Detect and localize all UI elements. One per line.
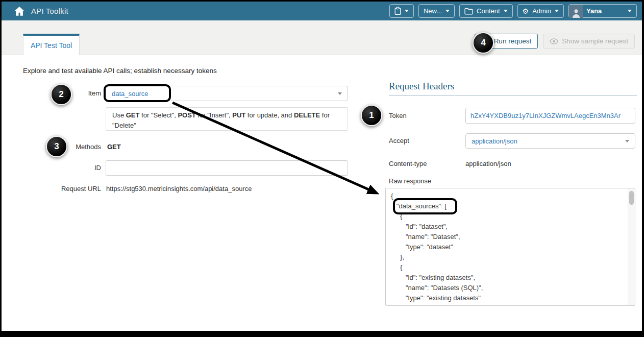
eye-icon: [550, 38, 558, 44]
item-select[interactable]: data_source: [106, 86, 348, 101]
app-window: API Toolkit New... Content ⚙: [2, 2, 642, 331]
admin-menu-label: Admin: [532, 7, 551, 15]
app-title: API Toolkit: [31, 7, 68, 15]
response-scrollbar[interactable]: [628, 188, 635, 305]
raw-response-json: { "data_sources": [ { "id": "dataset", "…: [386, 188, 628, 305]
method-help-text: Use GET for "Select", POST for "Insert",…: [106, 107, 348, 131]
new-menu-label: New...: [424, 7, 442, 15]
id-input[interactable]: [106, 160, 348, 176]
accept-selected-value: application/json: [472, 137, 517, 145]
content-type-value: application/json: [465, 159, 511, 169]
content-type-label: Content-type: [389, 159, 427, 169]
screenshot-frame: API Toolkit New... Content ⚙: [0, 0, 644, 337]
response-scrollbar-thumb[interactable]: [629, 191, 634, 205]
accept-label: Accept: [389, 133, 409, 149]
methods-value: GET: [107, 141, 121, 153]
request-url-value: https://stg530.metricinsights.com/api/da…: [106, 184, 252, 194]
user-avatar-icon: [569, 5, 583, 18]
tab-label: API Test Tool: [31, 41, 72, 50]
token-label: Token: [389, 108, 407, 124]
id-label: ID: [50, 160, 101, 176]
chevron-down-icon: [628, 10, 632, 12]
chevron-down-icon: [625, 140, 629, 142]
top-navbar: API Toolkit New... Content ⚙: [2, 2, 642, 20]
show-sample-request-button[interactable]: Show sample request: [543, 34, 635, 49]
chevron-down-icon: [405, 10, 409, 12]
item-selected-value: data_source: [112, 90, 148, 98]
methods-label: Methods: [50, 141, 101, 153]
show-sample-request-label: Show sample request: [562, 37, 628, 45]
user-menu-button[interactable]: Yana: [568, 4, 637, 18]
chevron-down-icon: [555, 10, 559, 12]
token-input[interactable]: [465, 108, 635, 124]
item-label: Item: [50, 86, 101, 101]
raw-response-label: Raw response: [389, 176, 431, 186]
chevron-down-icon: [338, 92, 342, 95]
run-request-button[interactable]: ⚙⚙ Run request: [475, 34, 538, 49]
gears-icon: ⚙⚙: [481, 37, 490, 45]
request-url-label: Request URL: [50, 184, 101, 194]
main-content: Explore and test available API calls; es…: [2, 55, 642, 330]
home-icon[interactable]: [14, 6, 25, 16]
content-menu-label: Content: [477, 7, 500, 15]
clipboard-menu-button[interactable]: [389, 4, 414, 18]
accept-select[interactable]: application/json: [465, 133, 635, 149]
admin-menu-button[interactable]: ⚙ Admin: [517, 4, 564, 18]
raw-response-textarea[interactable]: { "data_sources": [ { "id": "dataset", "…: [385, 188, 635, 306]
gear-icon: ⚙: [523, 8, 529, 15]
tab-api-test-tool[interactable]: API Test Tool: [23, 34, 80, 55]
run-request-label: Run request: [494, 37, 532, 45]
content-menu-button[interactable]: Content: [459, 4, 513, 18]
chevron-down-icon: [445, 10, 450, 12]
intro-text: Explore and test available API calls; es…: [23, 67, 217, 75]
user-name-label: Yana: [586, 7, 602, 15]
request-headers-title: Request Headers: [389, 81, 637, 96]
chevron-down-icon: [504, 10, 508, 12]
tab-bar: API Test Tool ⚙⚙ Run request Show sample…: [2, 20, 642, 55]
folder-icon: [464, 8, 473, 15]
clipboard-icon: [394, 7, 401, 15]
new-menu-button[interactable]: New...: [418, 4, 455, 18]
